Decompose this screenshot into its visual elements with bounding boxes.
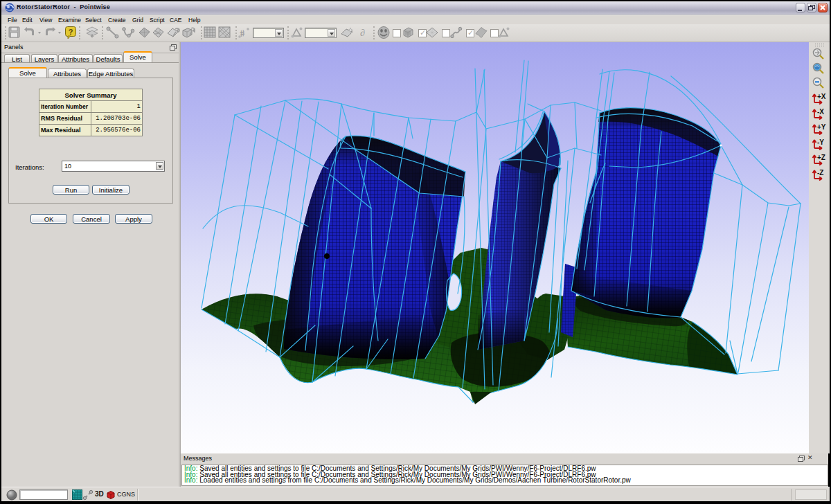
- svg-text:-Z: -Z: [817, 169, 823, 177]
- svg-text:-Y: -Y: [817, 138, 824, 146]
- svg-text:+X: +X: [817, 93, 826, 100]
- svg-text:-X: -X: [817, 108, 824, 116]
- svg-text:?: ?: [69, 28, 73, 36]
- svg-text:+Z: +Z: [817, 154, 825, 161]
- svg-text:+Y: +Y: [817, 123, 826, 131]
- svg-text:∂: ∂: [360, 28, 365, 38]
